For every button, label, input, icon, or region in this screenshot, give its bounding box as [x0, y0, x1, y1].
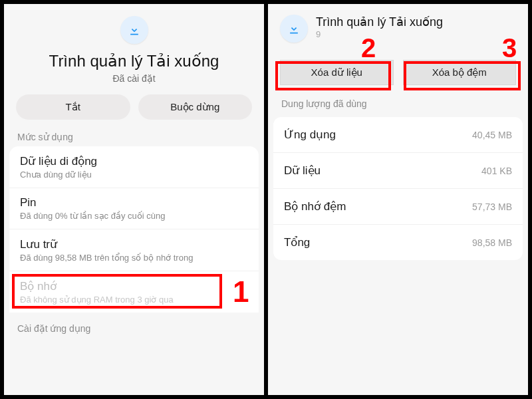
app-version: 9	[316, 29, 443, 39]
row-sub: Đã dùng 0% từ lần sạc đầy cuối cùng	[20, 211, 248, 221]
disable-button[interactable]: Tắt	[16, 94, 130, 120]
row-key: Dữ liệu	[284, 164, 321, 178]
storage-breakdown: Ứng dụng 40,45 MB Dữ liệu 401 KB Bộ nhớ …	[273, 117, 523, 260]
row-storage[interactable]: Lưu trữ Đã dùng 98,58 MB trên tổng số bộ…	[9, 229, 259, 271]
header-text: Trình quản lý Tải xuống 9	[316, 15, 443, 39]
row-data-size: Dữ liệu 401 KB	[273, 153, 523, 189]
usage-card: Dữ liệu di động Chưa dùng dữ liệu Pin Đã…	[9, 146, 259, 313]
row-memory[interactable]: Bộ nhớ Đã không sử dụng RAM trong 3 giờ …	[9, 271, 259, 313]
row-value: 57,73 MB	[472, 201, 512, 212]
row-sub: Đã dùng 98,58 MB trên tổng số bộ nhớ tro…	[20, 253, 248, 263]
row-cache-size: Bộ nhớ đệm 57,73 MB	[273, 189, 523, 225]
app-title: Trình quản lý Tải xuống	[316, 15, 443, 29]
storage-action-buttons: Xóa dữ liệu Xóa bộ đệm	[268, 48, 528, 93]
row-value: 40,45 MB	[472, 130, 512, 140]
row-key: Ứng dụng	[284, 128, 336, 142]
usage-section-label: Mức sử dụng	[4, 126, 264, 146]
header: Trình quản lý Tải xuống Đã cài đặt	[4, 4, 264, 84]
row-key: Tổng	[284, 235, 310, 249]
row-sub: Đã không sử dụng RAM trong 3 giờ qua	[20, 295, 248, 305]
row-total-size: Tổng 98,58 MB	[273, 225, 523, 260]
download-icon	[120, 16, 148, 44]
row-label: Bộ nhớ	[20, 279, 248, 293]
row-label: Lưu trữ	[20, 237, 248, 251]
row-value: 98,58 MB	[472, 237, 512, 248]
row-value: 401 KB	[481, 166, 512, 176]
usage-section-label: Dung lượng đã dùng	[268, 93, 528, 113]
storage-screen: Trình quản lý Tải xuống 9 Xóa dữ liệu Xó…	[266, 4, 528, 395]
force-stop-button[interactable]: Buộc dừng	[138, 94, 253, 120]
installed-label: Đã cài đặt	[4, 73, 264, 84]
app-settings-section-label: Cài đặt ứng dụng	[4, 318, 264, 338]
app-info-screen: Trình quản lý Tải xuống Đã cài đặt Tắt B…	[4, 4, 266, 395]
row-app-size: Ứng dụng 40,45 MB	[273, 117, 523, 153]
row-label: Pin	[20, 196, 248, 209]
header: Trình quản lý Tải xuống 9	[268, 4, 528, 48]
clear-data-button[interactable]: Xóa dữ liệu	[280, 60, 394, 85]
row-sub: Chưa dùng dữ liệu	[20, 170, 248, 180]
row-battery[interactable]: Pin Đã dùng 0% từ lần sạc đầy cuối cùng	[9, 188, 259, 229]
app-title: Trình quản lý Tải xuống	[4, 52, 264, 70]
action-buttons: Tắt Buộc dừng	[4, 84, 264, 126]
clear-cache-button[interactable]: Xóa bộ đệm	[403, 60, 517, 85]
row-key: Bộ nhớ đệm	[284, 200, 346, 213]
row-mobile-data[interactable]: Dữ liệu di động Chưa dùng dữ liệu	[9, 146, 259, 188]
row-label: Dữ liệu di động	[20, 154, 248, 168]
download-icon	[280, 15, 308, 43]
